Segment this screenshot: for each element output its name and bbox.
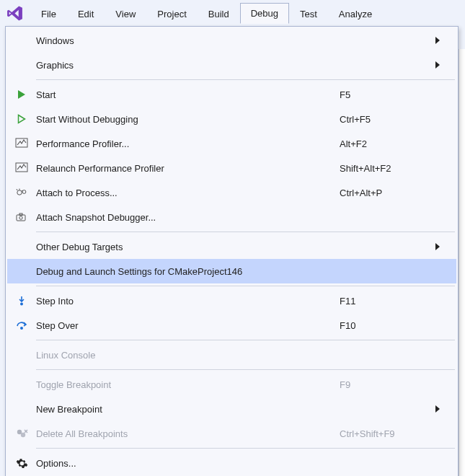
- svg-point-11: [20, 327, 23, 330]
- menu-item-label: Debug and Launch Settings for CMakeProje…: [36, 266, 340, 277]
- menu-item-label: Graphics: [36, 60, 340, 71]
- svg-point-10: [20, 303, 23, 306]
- chevron-right-icon: [432, 37, 443, 44]
- menu-separator: [36, 232, 455, 232]
- menu-item-shortcut: F11: [340, 296, 432, 307]
- menu-item-label: Start: [36, 89, 340, 100]
- menu-separator: [36, 448, 455, 449]
- menu-item-attach-to-process[interactable]: Attach to Process...Ctrl+Alt+P: [7, 180, 456, 205]
- menu-item-label: Attach to Process...: [36, 188, 340, 198]
- menu-item-label: Linux Console: [36, 350, 340, 361]
- menu-item-label: Relaunch Performance Profiler: [36, 163, 340, 174]
- svg-point-8: [19, 216, 22, 219]
- menu-item-label: Step Over: [36, 320, 340, 331]
- menubar-item-build[interactable]: Build: [198, 4, 240, 24]
- menu-item-label: Delete All Breakpoints: [36, 428, 340, 439]
- debug-dropdown: WindowsGraphicsStartF5Start Without Debu…: [5, 26, 459, 476]
- menu-item-relaunch-performance-profiler[interactable]: Relaunch Performance ProfilerShift+Alt+F…: [7, 156, 456, 180]
- svg-point-2: [17, 190, 22, 195]
- chevron-right-icon: [432, 405, 443, 413]
- vs-logo-icon: [3, 4, 26, 24]
- chevron-right-icon: [432, 61, 443, 69]
- menubar: FileEditViewProjectBuildDebugTestAnalyze: [0, 0, 465, 27]
- chevron-right-icon: [432, 243, 443, 250]
- menu-item-shortcut: Ctrl+F5: [340, 114, 432, 125]
- attach-process-icon: [7, 187, 36, 198]
- menu-item-label: Options...: [36, 458, 340, 469]
- menubar-item-edit[interactable]: Edit: [67, 4, 105, 24]
- step-into-icon: [7, 295, 36, 307]
- menu-separator: [36, 286, 455, 286]
- svg-point-3: [22, 190, 26, 194]
- menu-separator: [36, 369, 455, 370]
- delete-breakpoints-icon: [7, 428, 36, 439]
- menu-item-attach-snapshot-debugger[interactable]: Attach Snapshot Debugger...: [7, 205, 456, 229]
- menu-item-shortcut: F9: [340, 379, 432, 390]
- menu-item-start[interactable]: StartF5: [7, 82, 456, 107]
- menu-item-shortcut: Shift+Alt+F2: [340, 163, 432, 174]
- background-panel: [459, 49, 465, 476]
- gear-icon: [7, 457, 36, 470]
- menubar-item-view[interactable]: View: [105, 4, 146, 24]
- menu-item-shortcut: Ctrl+Alt+P: [340, 188, 432, 198]
- svg-point-12: [17, 430, 22, 434]
- svg-rect-7: [17, 215, 25, 221]
- menu-item-label: New Breakpoint: [36, 404, 340, 415]
- menu-item-shortcut: F5: [340, 89, 432, 100]
- menubar-item-debug[interactable]: Debug: [240, 3, 289, 24]
- menu-item-new-breakpoint[interactable]: New Breakpoint: [7, 397, 456, 421]
- menu-item-delete-all-breakpoints: Delete All BreakpointsCtrl+Shift+F9: [7, 421, 456, 446]
- menubar-item-project[interactable]: Project: [146, 4, 197, 24]
- menu-item-step-into[interactable]: Step IntoF11: [7, 288, 456, 313]
- menu-item-graphics[interactable]: Graphics: [7, 53, 456, 77]
- menubar-item-analyze[interactable]: Analyze: [328, 4, 383, 24]
- profiler-icon: [7, 138, 36, 149]
- menu-item-label: Attach Snapshot Debugger...: [36, 212, 340, 223]
- menu-item-debug-and-launch-settings-for-cmakeproject146[interactable]: Debug and Launch Settings for CMakeProje…: [7, 259, 456, 283]
- play-outline-icon: [7, 113, 36, 125]
- menu-item-linux-console: Linux Console: [7, 343, 456, 367]
- svg-rect-9: [19, 213, 22, 216]
- svg-point-13: [21, 433, 25, 437]
- menu-item-label: Step Into: [36, 296, 340, 307]
- menu-item-windows[interactable]: Windows: [7, 28, 456, 53]
- menu-item-start-without-debugging[interactable]: Start Without DebuggingCtrl+F5: [7, 107, 456, 131]
- play-green-icon: [7, 89, 36, 100]
- menu-separator: [36, 79, 455, 80]
- menu-separator: [36, 340, 455, 340]
- menu-item-label: Toggle Breakpoint: [36, 379, 340, 390]
- menu-item-options[interactable]: Options...: [7, 451, 456, 475]
- menu-item-step-over[interactable]: Step OverF10: [7, 313, 456, 338]
- menu-item-other-debug-targets[interactable]: Other Debug Targets: [7, 234, 456, 259]
- menu-item-shortcut: F10: [340, 320, 432, 331]
- menu-item-label: Other Debug Targets: [36, 242, 340, 252]
- menu-item-label: Windows: [36, 35, 340, 46]
- menu-item-shortcut: Alt+F2: [340, 138, 432, 149]
- profiler-icon: [7, 162, 36, 174]
- menubar-item-test[interactable]: Test: [289, 4, 328, 24]
- snapshot-icon: [7, 211, 36, 223]
- menu-item-label: Start Without Debugging: [36, 114, 340, 125]
- menu-item-performance-profiler[interactable]: Performance Profiler...Alt+F2: [7, 131, 456, 156]
- menubar-item-file[interactable]: File: [30, 4, 67, 24]
- svg-line-4: [17, 189, 17, 190]
- menu-item-shortcut: Ctrl+Shift+F9: [340, 428, 432, 439]
- step-over-icon: [7, 319, 36, 331]
- menu-item-label: Performance Profiler...: [36, 138, 340, 149]
- menu-item-toggle-breakpoint: Toggle BreakpointF9: [7, 372, 456, 397]
